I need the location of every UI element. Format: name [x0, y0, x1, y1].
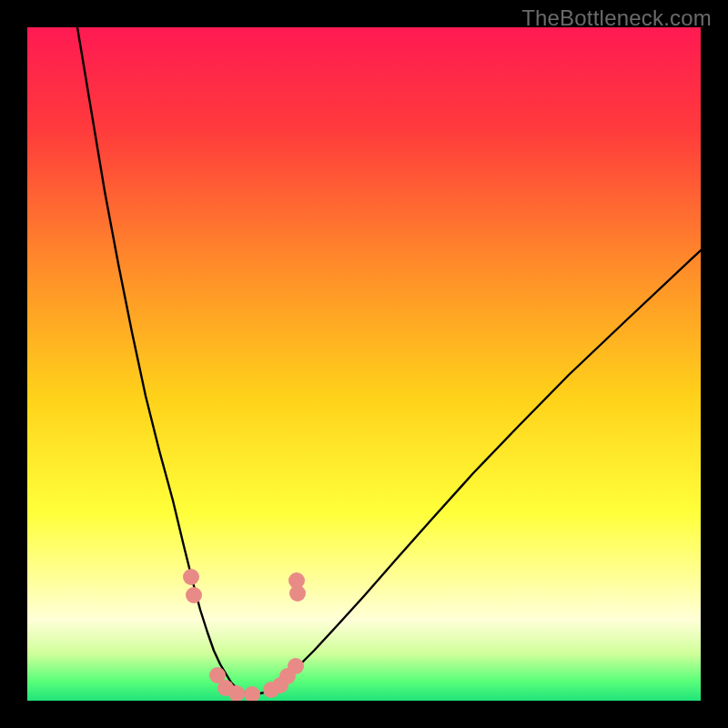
- gradient-background: [27, 27, 701, 701]
- curve-marker: [288, 658, 304, 674]
- chart-canvas: [27, 27, 701, 701]
- curve-marker: [289, 585, 306, 602]
- outer-frame: TheBottleneck.com: [0, 0, 728, 728]
- curve-marker: [183, 569, 199, 585]
- chart-svg: [27, 27, 701, 701]
- curve-marker: [186, 587, 202, 603]
